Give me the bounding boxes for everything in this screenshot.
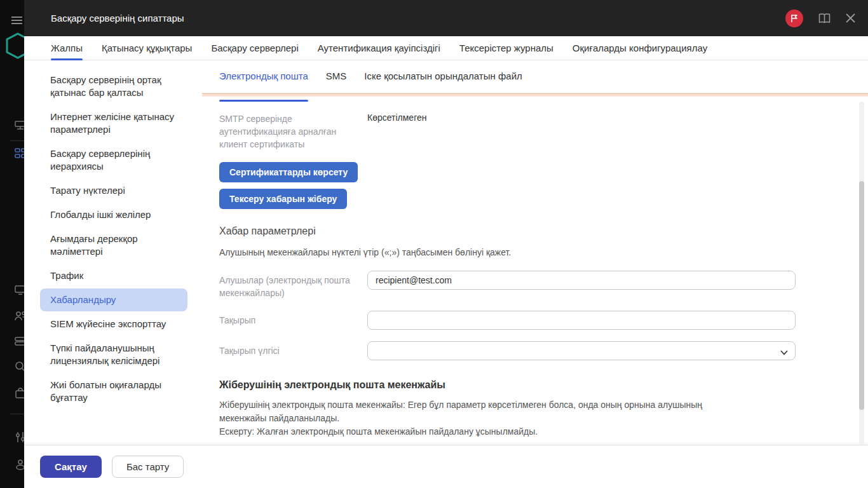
tab-audit-log[interactable]: Тексерістер журналы [459, 36, 553, 60]
nav-item-eula[interactable]: Түпкі пайдаланушының лицензиялық келісім… [40, 337, 187, 372]
app-rail [0, 0, 24, 488]
email-settings-form: SMTP серверінде аутентификацияға арналға… [202, 97, 868, 445]
settings-nav: Басқару серверінің ортақ қатынас бар қал… [24, 60, 202, 445]
close-icon[interactable] [846, 13, 855, 23]
page-title: Басқару серверінің сипаттары [51, 13, 785, 24]
sender-hint-line1: Жіберушінің электрондық пошта мекенжайы:… [219, 398, 747, 425]
search-icon[interactable] [14, 360, 24, 373]
panel-header: Басқару серверінің сипаттары [24, 0, 868, 36]
nav-item-shared-folder[interactable]: Басқару серверінің ортақ қатынас бар қал… [40, 69, 187, 104]
nav-item-current-database[interactable]: Ағымдағы дерекқор мәліметтері [40, 227, 187, 263]
smtp-cert-value: Көрсетілмеген [367, 109, 796, 123]
recipients-input[interactable] [367, 271, 796, 290]
send-test-message-button[interactable]: Тексеру хабарын жіберу [219, 189, 347, 209]
tab-general[interactable]: Жалпы [51, 36, 83, 60]
subject-template-select[interactable] [367, 341, 796, 360]
tab-access-rights[interactable]: Қатынасу құқықтары [102, 36, 192, 60]
nav-item-traffic[interactable]: Трафик [40, 264, 187, 287]
marketplace-bag-icon[interactable] [14, 387, 24, 400]
nav-item-global-subnets[interactable]: Глобалды ішкі желілер [40, 203, 187, 226]
show-certificates-button[interactable]: Сертификаттарды көрсету [219, 162, 358, 182]
nav-item-notification[interactable]: Хабарландыру [40, 288, 187, 311]
hamburger-menu-icon[interactable] [11, 16, 22, 25]
sender-hint-line2: Ескерту: Жалған электрондық пошта мекенж… [219, 425, 747, 438]
server-properties-panel: Басқару серверінің сипаттары Жалпы Қатын… [24, 0, 868, 488]
subject-input[interactable] [367, 311, 796, 330]
scrollbar-thumb[interactable] [859, 181, 864, 410]
tab-event-configuration[interactable]: Оқиғаларды конфигурациялау [573, 36, 707, 60]
recipients-label: Алушылар (электрондық пошта мекенжайлары… [219, 271, 367, 299]
repositories-icon[interactable] [14, 335, 24, 348]
devices-grid-icon[interactable] [14, 147, 24, 159]
users-icon[interactable] [14, 309, 24, 322]
rail-divider [10, 414, 24, 414]
settings-sliders-icon[interactable] [14, 431, 24, 444]
tab-authentication-security[interactable]: Аутентификация қауіпсіздігі [318, 36, 440, 60]
sender-heading: Жіберушінің электрондық пошта мекенжайы [219, 379, 796, 391]
subtab-sms[interactable]: SMS [326, 71, 347, 93]
notification-subtabs: Электрондық пошта SMS Іске қосылатын оры… [202, 60, 868, 93]
main-tabbar: Жалпы Қатынасу құқықтары Басқару серверл… [24, 36, 868, 60]
subtab-email[interactable]: Электрондық пошта [219, 71, 308, 93]
rail-divider [10, 140, 24, 141]
nav-item-siem-export[interactable]: SIEM жүйесіне экспорттау [40, 313, 187, 336]
nav-item-server-hierarchy[interactable]: Басқару серверлерінің иерархиясы [40, 142, 187, 178]
subject-label: Тақырып [219, 311, 367, 330]
smtp-cert-label: SMTP серверінде аутентификацияға арналға… [219, 109, 367, 151]
computer-icon[interactable] [14, 283, 24, 296]
nav-item-frequent-events[interactable]: Жиі болатын оқиғаларды бұғаттау [40, 374, 187, 409]
cancel-button[interactable]: Бас тарту [112, 456, 184, 478]
vertical-scrollbar[interactable] [859, 102, 864, 445]
save-button[interactable]: Сақтау [40, 456, 102, 478]
message-params-heading: Хабар параметрлері [219, 226, 796, 237]
app-logo-icon [4, 32, 24, 60]
subtab-executable-file[interactable]: Іске қосылатын орындалатын файл [364, 71, 522, 93]
recipients-hint: Алушының мекенжайлары нүктелі үтір («;»)… [219, 246, 747, 259]
footer-actions: Сақтау Бас тарту [24, 445, 868, 488]
nav-item-distribution-points[interactable]: Тарату нүктелері [40, 179, 187, 202]
nav-item-internet-access[interactable]: Интернет желісіне қатынасу параметрлері [40, 105, 187, 141]
flag-badge-icon[interactable] [785, 10, 803, 27]
account-icon[interactable] [14, 458, 24, 471]
help-book-icon[interactable] [818, 13, 831, 24]
subject-template-label: Тақырып үлгісі [219, 341, 367, 360]
tab-administration-servers[interactable]: Басқару серверлері [211, 36, 298, 60]
subject-template-value[interactable] [367, 341, 796, 360]
notification-content: Электрондық пошта SMS Іске қосылатын оры… [202, 60, 868, 445]
monitoring-icon[interactable] [14, 118, 24, 131]
